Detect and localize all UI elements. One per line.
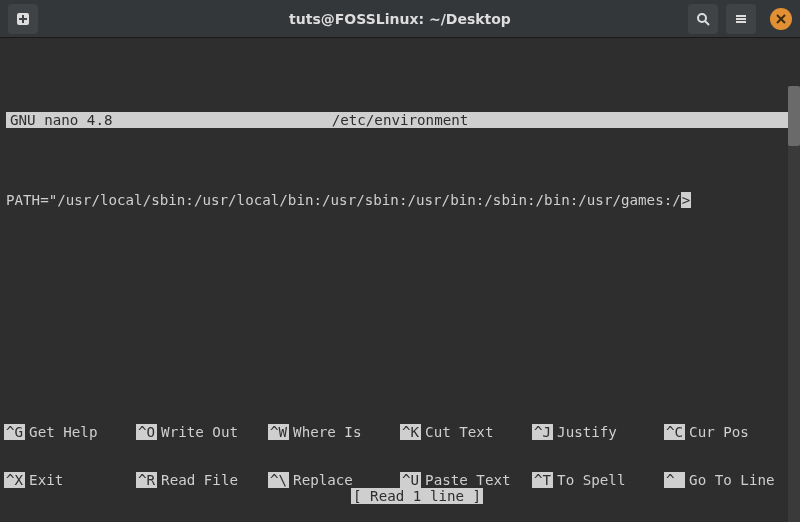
shortcut-label: Cut Text: [425, 424, 493, 440]
hamburger-icon: [733, 11, 749, 27]
shortcut-key: ^R: [136, 472, 157, 488]
shortcut-where-is[interactable]: ^WWhere Is: [268, 424, 400, 440]
svg-point-3: [698, 14, 706, 22]
shortcut-label: Read File: [161, 472, 238, 488]
shortcut-key: ^K: [400, 424, 421, 440]
shortcut-label: Replace: [293, 472, 353, 488]
shortcut-label: To Spell: [557, 472, 625, 488]
shortcut-key: ^X: [4, 472, 25, 488]
close-button[interactable]: [770, 8, 792, 30]
window-title: tuts@FOSSLinux: ~/Desktop: [289, 11, 511, 27]
shortcuts-row-1: ^GGet Help ^OWrite Out ^WWhere Is ^KCut …: [4, 424, 796, 440]
shortcut-label: Get Help: [29, 424, 97, 440]
menu-button[interactable]: [726, 4, 756, 34]
shortcut-key: ^\: [268, 472, 289, 488]
shortcut-label: Go To Line: [689, 472, 774, 488]
shortcut-exit[interactable]: ^XExit: [4, 472, 136, 488]
shortcut-label: Cur Pos: [689, 424, 749, 440]
shortcut-cut-text[interactable]: ^KCut Text: [400, 424, 532, 440]
shortcut-key: ^O: [136, 424, 157, 440]
window-titlebar: tuts@FOSSLinux: ~/Desktop: [0, 0, 800, 38]
titlebar-right: [688, 4, 792, 34]
shortcut-label: Justify: [557, 424, 617, 440]
svg-line-4: [705, 21, 709, 25]
content-text: PATH="/usr/local/sbin:/usr/local/bin:/us…: [6, 192, 681, 208]
line-continuation-marker: >: [681, 192, 692, 208]
shortcut-label: Exit: [29, 472, 63, 488]
shortcut-label: Write Out: [161, 424, 238, 440]
shortcut-write-out[interactable]: ^OWrite Out: [136, 424, 268, 440]
new-tab-icon: [15, 11, 31, 27]
svg-rect-6: [736, 18, 746, 20]
shortcut-read-file[interactable]: ^RRead File: [136, 472, 268, 488]
shortcut-key: ^J: [532, 424, 553, 440]
shortcut-key: ^U: [400, 472, 421, 488]
search-icon: [695, 11, 711, 27]
shortcut-get-help[interactable]: ^GGet Help: [4, 424, 136, 440]
shortcut-replace[interactable]: ^\Replace: [268, 472, 400, 488]
terminal-area[interactable]: GNU nano 4.8 /etc/environment PATH="/usr…: [0, 38, 800, 522]
new-tab-button[interactable]: [8, 4, 38, 34]
svg-rect-7: [736, 21, 746, 23]
shortcut-key: ^_: [664, 472, 685, 488]
scrollbar[interactable]: [788, 86, 800, 522]
nano-shortcuts: ^GGet Help ^OWrite Out ^WWhere Is ^KCut …: [4, 392, 796, 520]
search-button[interactable]: [688, 4, 718, 34]
shortcut-label: Paste Text: [425, 472, 510, 488]
shortcuts-row-2: ^XExit ^RRead File ^\Replace ^UPaste Tex…: [4, 472, 796, 488]
svg-rect-2: [19, 18, 27, 20]
titlebar-left: [8, 4, 38, 34]
file-content-line[interactable]: PATH="/usr/local/sbin:/usr/local/bin:/us…: [2, 192, 798, 208]
svg-rect-5: [736, 15, 746, 17]
shortcut-key: ^T: [532, 472, 553, 488]
shortcut-go-to-line[interactable]: ^_Go To Line: [664, 472, 796, 488]
shortcut-key: ^W: [268, 424, 289, 440]
nano-header: GNU nano 4.8 /etc/environment: [6, 112, 794, 128]
nano-filename: /etc/environment: [332, 112, 469, 128]
close-icon: [776, 14, 786, 24]
scrollbar-thumb[interactable]: [788, 86, 800, 146]
shortcut-paste-text[interactable]: ^UPaste Text: [400, 472, 532, 488]
shortcut-key: ^G: [4, 424, 25, 440]
shortcut-justify[interactable]: ^JJustify: [532, 424, 664, 440]
shortcut-to-spell[interactable]: ^TTo Spell: [532, 472, 664, 488]
shortcut-cur-pos[interactable]: ^CCur Pos: [664, 424, 796, 440]
shortcut-key: ^C: [664, 424, 685, 440]
nano-version: GNU nano 4.8: [10, 112, 113, 128]
shortcut-label: Where Is: [293, 424, 361, 440]
